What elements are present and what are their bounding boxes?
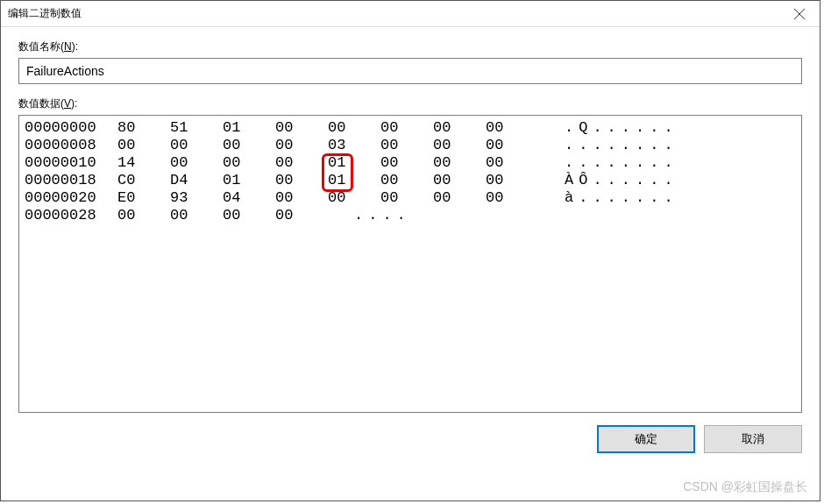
hex-offset: 00000008 [25,137,112,154]
hex-byte[interactable]: 00 [112,137,165,154]
hex-ascii: à....... [565,189,678,207]
hex-byte[interactable]: 00 [217,207,270,224]
hex-row[interactable]: 000000101400000001000000........ [25,154,796,172]
hex-byte[interactable]: 00 [428,119,480,137]
edit-binary-dialog: 编辑二进制数值 数值名称(N): FailureActions 数值数据(V):… [0,0,820,501]
dialog-title: 编辑二进制数值 [8,6,82,21]
hex-bytes: C0D4010001000000 [112,172,533,189]
hex-byte[interactable]: 00 [165,154,217,172]
button-row: 确定 取消 [1,413,820,453]
value-name-label: 数值名称(N): [18,39,802,54]
hex-offset: 00000018 [25,172,112,189]
hex-byte[interactable]: 00 [480,154,533,172]
hex-offset: 00000028 [25,207,112,224]
hex-byte[interactable]: 03 [323,137,375,154]
hex-offset: 00000020 [25,189,112,207]
hex-byte[interactable]: 00 [165,137,217,154]
hex-byte[interactable]: 93 [165,189,217,207]
hex-byte[interactable]: 14 [112,154,165,172]
hex-byte[interactable]: 00 [323,119,375,137]
hex-byte[interactable]: 04 [217,189,270,207]
hex-byte[interactable]: 80 [112,119,165,137]
hex-ascii: ........ [565,154,678,172]
hex-byte[interactable]: 00 [270,172,323,189]
hex-byte[interactable]: 00 [480,119,533,137]
hex-byte[interactable]: 00 [375,189,428,207]
hex-byte[interactable]: 00 [165,207,217,224]
hex-row[interactable]: 00000020E093040000000000à....... [25,189,796,207]
hex-byte[interactable]: 01 [217,119,270,137]
hex-ascii: .Q...... [565,119,678,137]
cancel-button[interactable]: 取消 [704,425,802,453]
hex-editor[interactable]: 000000008051010000000000.Q......00000008… [18,115,802,413]
hex-byte[interactable]: 00 [480,172,533,189]
hex-bytes: 1400000001000000 [112,154,533,172]
hex-ascii: ........ [565,137,678,154]
dialog-content: 数值名称(N): FailureActions 数值数据(V): 0000000… [1,27,820,413]
hex-byte[interactable]: 51 [165,119,217,137]
value-data-label: 数值数据(V): [18,96,802,111]
hex-byte[interactable]: 00 [375,172,428,189]
hex-byte[interactable]: 00 [428,154,480,172]
hex-ascii: .... [354,207,411,224]
close-button[interactable] [779,1,820,27]
watermark: CSDN @彩虹国操盘长 [683,479,807,495]
hex-byte[interactable]: 00 [270,154,323,172]
hex-byte[interactable]: 00 [112,207,165,224]
hex-byte[interactable]: 00 [323,189,375,207]
hex-offset: 00000000 [25,119,112,137]
hex-byte[interactable]: 00 [428,172,480,189]
hex-byte[interactable]: 00 [375,137,428,154]
hex-byte[interactable]: 00 [270,137,323,154]
hex-byte[interactable]: 00 [270,119,323,137]
hex-byte[interactable]: 00 [270,189,323,207]
hex-row[interactable]: 000000008051010000000000.Q...... [25,119,796,137]
hex-bytes: 8051010000000000 [112,119,533,137]
hex-byte[interactable]: 00 [375,119,428,137]
hex-byte[interactable]: 00 [270,207,323,224]
hex-byte[interactable]: 00 [375,154,428,172]
hex-byte[interactable]: 00 [428,189,480,207]
hex-bytes: 00000000 [112,207,323,224]
ok-button[interactable]: 确定 [597,425,695,453]
titlebar[interactable]: 编辑二进制数值 [1,1,820,27]
hex-byte[interactable]: 01 [323,154,375,172]
hex-bytes: E093040000000000 [112,189,533,207]
hex-row[interactable]: 0000002800000000.... [25,207,796,224]
hex-byte[interactable]: 00 [428,137,480,154]
close-icon [794,9,805,19]
hex-byte[interactable]: D4 [165,172,217,189]
hex-offset: 00000010 [25,154,112,172]
hex-row[interactable]: 00000018C0D4010001000000ÀÔ...... [25,172,796,189]
hex-byte[interactable]: 01 [323,172,375,189]
hex-ascii: ÀÔ...... [565,172,678,189]
hex-byte[interactable]: 00 [217,154,270,172]
hex-row[interactable]: 000000080000000003000000........ [25,137,796,154]
hex-byte[interactable]: C0 [112,172,165,189]
value-name-input[interactable]: FailureActions [18,58,802,84]
hex-byte[interactable]: 00 [480,189,533,207]
hex-bytes: 0000000003000000 [112,137,533,154]
hex-byte[interactable]: 00 [217,137,270,154]
hex-byte[interactable]: 00 [480,137,533,154]
hex-byte[interactable]: E0 [112,189,165,207]
hex-byte[interactable]: 01 [217,172,270,189]
